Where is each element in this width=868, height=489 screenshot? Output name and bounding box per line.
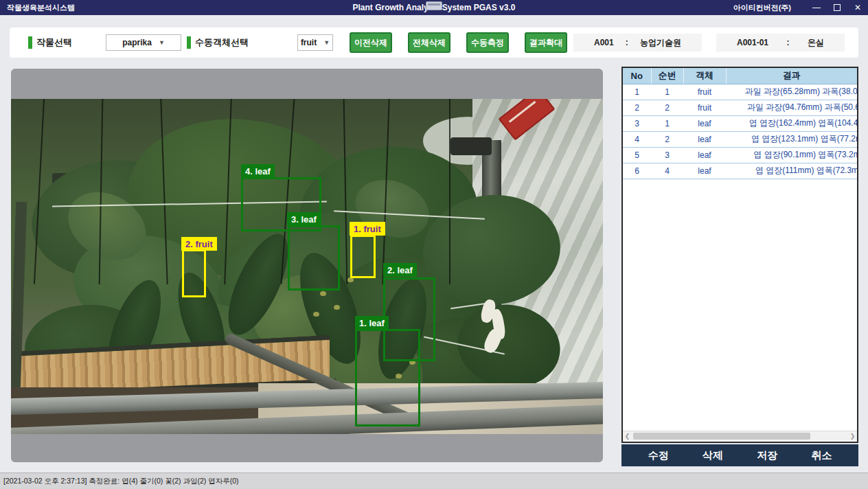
cell-result: 엽 엽장(90.1mm) 엽폭(73.2mm) [726,147,857,163]
delete-previous-button[interactable]: 이전삭제 [350,32,392,53]
camera-image-panel: 4. leaf3. leaf1. fruit2. fruit2. leaf1. … [11,69,603,462]
cell-object: leaf [683,115,726,131]
titlebar: 작물생육분석시스템 Plant Growth Analysis System P… [0,0,868,15]
cell-result: 엽 엽장(111mm) 엽폭(72.3mm) [726,163,857,179]
crop-select-label: 작물선택 [36,27,72,58]
maximize-icon [834,4,841,11]
cell-object: fruit [683,100,726,115]
accent-bar [28,36,32,49]
column-header: 객체 [683,68,726,84]
toolbar: 작물선택 paprika ▼ 수동객체선택 fruit ▼ 이전삭제전체삭제수동… [10,27,858,58]
results-table-panel: No순번객체결과 11fruit과일 과장(65.28mm) 과폭(38.08m… [621,67,858,443]
delete-button[interactable]: 삭제 [703,449,723,462]
cell-object: leaf [683,131,726,147]
result-text: 엽 엽장(111mm) 엽폭(72.3mm) [726,165,857,177]
result-text: 엽 엽장(123.1mm) 엽폭(77.2mm) [726,133,857,145]
cell-no: 5 [623,147,651,163]
cell-seq: 2 [651,131,683,147]
cell-seq: 1 [651,84,683,100]
leaf-spot [334,305,340,310]
save-button[interactable]: 저장 [757,449,777,462]
edit-button[interactable]: 수정 [648,449,669,462]
cell-result: 엽 엽장(123.1mm) 엽폭(77.2mm) [726,131,857,147]
manual-object-select-label: 수동객체선택 [195,27,249,58]
annotation-label: 2. leaf [383,263,417,277]
cell-object: leaf [683,163,726,179]
table-row[interactable]: 31leaf엽 엽장(162.4mm) 엽폭(104.4mm) [623,115,857,131]
result-text: 과일 과장(94.76mm) 과폭(50.6mm) [726,102,857,113]
accent-bar [187,36,191,49]
cell-no: 4 [623,131,651,147]
greenhouse-code: A001-01 [737,38,768,47]
annotation-label: 1. fruit [350,222,385,236]
application-window: 작물생육분석시스템 Plant Growth Analysis System P… [0,0,868,489]
annotation-label: 2. fruit [181,237,217,251]
crop-select[interactable]: paprika ▼ [106,34,181,51]
object-select-value: fruit [301,38,317,47]
support-wire [34,99,45,284]
horizontal-scrollbar[interactable]: ❮ ❯ [623,431,857,440]
result-text: 엽 엽장(90.1mm) 엽폭(73.2mm) [726,149,857,161]
leaf-spot [320,291,326,296]
scroll-left-icon[interactable]: ❮ [623,431,632,441]
annotation-label: 3. leaf [287,212,321,226]
cancel-button[interactable]: 취소 [811,449,832,462]
manual-measure-button[interactable]: 수동측정 [466,32,509,53]
bounding-box-1-leaf[interactable] [355,329,420,427]
support-wire [449,99,450,284]
table-row[interactable]: 11fruit과일 과장(65.28mm) 과폭(38.08mm) [623,84,857,100]
table-row[interactable]: 53leaf엽 엽장(90.1mm) 엽폭(73.2mm) [623,147,857,163]
status-text: [2021-03-02 오후 2:37:13] 측정완료: 엽(4) 줄기(0)… [3,477,239,486]
cell-no: 2 [623,100,651,115]
chevron-down-icon: ▼ [159,39,165,46]
separator: : [787,38,790,47]
action-bar: 수정삭제저장취소 [621,444,858,466]
string-knot [479,295,515,359]
table-row[interactable]: 42leaf엽 엽장(123.1mm) 엽폭(77.2mm) [623,131,857,147]
results-table: No순번객체결과 11fruit과일 과장(65.28mm) 과폭(38.08m… [623,68,857,179]
company-name: 아이티컨버전(주) [733,3,791,13]
cell-seq: 3 [651,147,683,163]
cell-object: leaf [683,147,726,163]
table-row[interactable]: 22fruit과일 과장(94.76mm) 과폭(50.6mm) [623,100,857,115]
bounding-box-1-fruit[interactable] [350,235,376,278]
result-text: 엽 엽장(162.4mm) 엽폭(104.4mm) [726,117,857,129]
cell-result: 엽 엽장(162.4mm) 엽폭(104.4mm) [726,115,857,131]
separator: : [626,38,628,47]
cell-seq: 2 [651,100,683,115]
site-field: A001 : 농업기술원 [573,34,702,52]
greenhouse-field: A001-01 : 온실 [716,34,845,52]
enlarge-result-button[interactable]: 결과확대 [525,32,567,53]
greenhouse-name: 온실 [808,37,824,49]
window-icon [426,1,442,10]
result-text: 과일 과장(65.28mm) 과폭(38.08mm) [726,86,857,98]
site-code: A001 [594,38,614,47]
leaf-spot [347,277,354,282]
column-header: No [623,68,651,84]
delete-all-button[interactable]: 전체삭제 [408,32,450,53]
cell-no: 3 [623,115,651,131]
bounding-box-2-fruit[interactable] [182,249,206,297]
column-header: 순번 [651,68,683,84]
pipe-fitting [450,137,492,155]
site-name: 농업기술원 [640,37,681,49]
cell-no: 6 [623,163,651,179]
scrollbar-thumb[interactable] [633,433,810,440]
minimize-button[interactable]: — [806,0,827,15]
table-row[interactable]: 64leaf엽 엽장(111mm) 엽폭(72.3mm) [623,163,857,179]
crop-select-value: paprika [122,38,152,47]
bounding-box-3-leaf[interactable] [288,225,340,291]
leaf-spot [313,312,319,317]
annotation-label: 1. leaf [355,316,389,330]
maximize-button[interactable] [827,0,847,15]
cell-result: 과일 과장(65.28mm) 과폭(38.08mm) [726,84,857,100]
cell-no: 1 [623,84,651,100]
cell-result: 과일 과장(94.76mm) 과폭(50.6mm) [726,100,857,115]
statusbar: [2021-03-02 오후 2:37:13] 측정완료: 엽(4) 줄기(0)… [0,473,868,489]
close-button[interactable]: ✕ [847,0,868,15]
cell-seq: 1 [651,115,683,131]
scroll-right-icon[interactable]: ❯ [848,431,857,441]
column-header: 결과 [726,68,857,84]
manual-object-select[interactable]: fruit ▼ [297,34,333,51]
chevron-down-icon: ▼ [323,39,330,46]
